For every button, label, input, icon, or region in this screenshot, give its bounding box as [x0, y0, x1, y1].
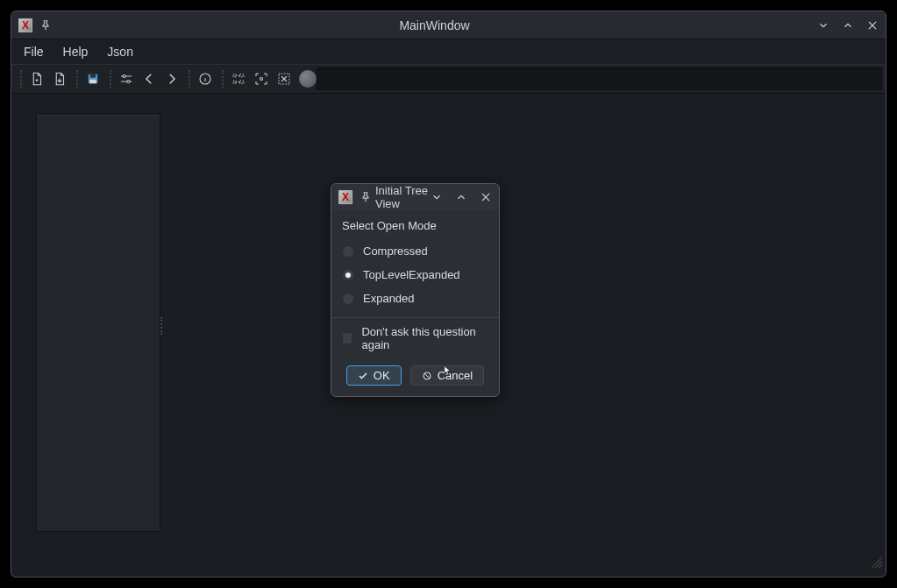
- svg-rect-1: [90, 74, 96, 78]
- save-button[interactable]: [82, 67, 104, 90]
- radio-dot-icon: [342, 269, 354, 281]
- new-file-button[interactable]: [25, 67, 48, 90]
- back-button[interactable]: [138, 67, 160, 90]
- toolbar-grip-5[interactable]: [222, 70, 225, 88]
- dialog-app-icon: [338, 190, 352, 204]
- side-panel[interactable]: [36, 113, 160, 532]
- forward-button[interactable]: [160, 67, 183, 90]
- window-title: MainWindow: [52, 18, 817, 32]
- divider: [331, 317, 499, 318]
- prohibit-icon: [422, 371, 432, 381]
- radio-label: TopLevelExpanded: [363, 268, 460, 281]
- radio-dot-icon: [342, 293, 354, 305]
- main-titlebar[interactable]: MainWindow: [11, 11, 886, 39]
- toolbar-field[interactable]: [317, 67, 882, 90]
- svg-point-4: [127, 81, 130, 83]
- menu-file[interactable]: File: [15, 41, 53, 62]
- info-button[interactable]: [194, 67, 217, 90]
- menu-help[interactable]: Help: [54, 41, 97, 62]
- fit-selection-button[interactable]: [250, 67, 273, 90]
- cancel-button[interactable]: Cancel: [410, 365, 484, 386]
- checkbox-box-icon: [342, 332, 352, 344]
- pin-icon[interactable]: [39, 19, 52, 32]
- toolbar-grip-4[interactable]: [189, 70, 192, 88]
- dialog-titlebar[interactable]: Initial Tree View: [331, 184, 499, 210]
- close-icon[interactable]: [480, 191, 492, 203]
- ok-label: OK: [374, 369, 390, 382]
- maximize-icon[interactable]: [842, 19, 854, 32]
- radio-expanded[interactable]: Expanded: [342, 287, 488, 310]
- resize-grip-icon[interactable]: [870, 556, 882, 568]
- toolbar-grip-3[interactable]: [110, 70, 113, 88]
- ok-button[interactable]: OK: [346, 365, 402, 386]
- maximize-icon[interactable]: [455, 191, 467, 203]
- radio-label: Compressed: [363, 244, 428, 258]
- open-file-button[interactable]: [48, 67, 71, 90]
- initial-tree-view-dialog: Initial Tree View Select Open Mode Compr…: [331, 183, 500, 397]
- check-icon: [358, 371, 368, 381]
- svg-rect-2: [89, 80, 96, 84]
- settings-button[interactable]: [115, 67, 138, 90]
- minimize-icon[interactable]: [817, 19, 829, 32]
- toolbar-grip-2[interactable]: [76, 70, 80, 88]
- cancel-label: Cancel: [438, 369, 473, 382]
- radio-compressed[interactable]: Compressed: [342, 239, 488, 263]
- menubar: File Help Json: [11, 39, 886, 64]
- fit-all-button[interactable]: [273, 67, 295, 90]
- svg-point-6: [260, 78, 263, 81]
- splitter-handle[interactable]: [160, 317, 164, 335]
- main-window: MainWindow File Help Json: [11, 11, 886, 577]
- toolbar: [11, 64, 886, 94]
- close-icon[interactable]: [866, 19, 879, 32]
- radio-label: Expanded: [363, 292, 415, 305]
- color-knob[interactable]: [299, 70, 317, 88]
- menu-json[interactable]: Json: [98, 41, 142, 62]
- svg-point-3: [123, 75, 125, 78]
- split-view-button[interactable]: [227, 67, 250, 90]
- minimize-icon[interactable]: [431, 191, 443, 203]
- app-icon: [18, 18, 32, 32]
- radio-top-level-expanded[interactable]: TopLevelExpanded: [342, 263, 488, 287]
- dont-ask-checkbox[interactable]: Don't ask this question again: [342, 325, 488, 362]
- dialog-prompt: Select Open Mode: [342, 219, 488, 232]
- radio-dot-icon: [342, 245, 354, 258]
- toolbar-grip[interactable]: [20, 70, 24, 88]
- dialog-title: Initial Tree View: [372, 184, 431, 210]
- pin-icon[interactable]: [360, 191, 372, 203]
- checkbox-label: Don't ask this question again: [361, 325, 488, 351]
